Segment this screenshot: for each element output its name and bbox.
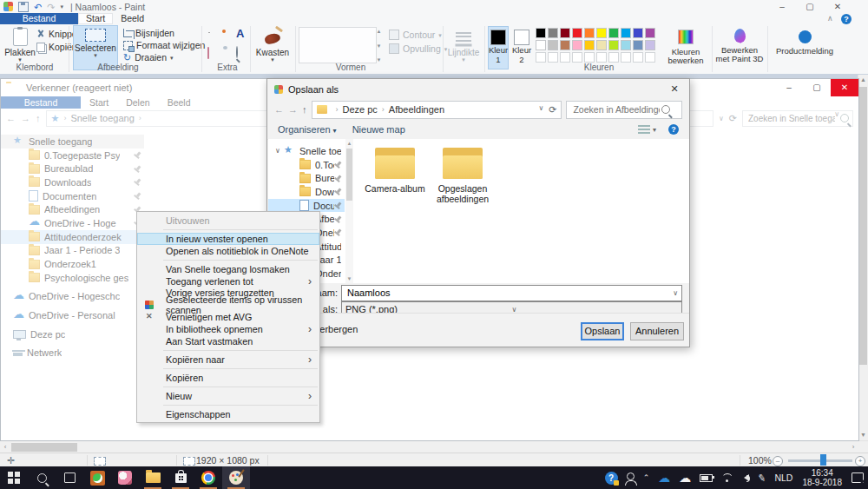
expander-icon[interactable]: ∨ xyxy=(275,147,284,155)
shape-item[interactable] xyxy=(349,29,358,39)
zoom-in-button[interactable]: + xyxy=(855,456,865,466)
people-tray-icon[interactable] xyxy=(622,466,639,489)
shape-item[interactable] xyxy=(349,50,358,61)
palette-color[interactable] xyxy=(633,52,643,63)
filename-dropdown-icon[interactable]: ∨ xyxy=(673,289,678,297)
shape-item[interactable] xyxy=(339,50,349,61)
palette-color[interactable] xyxy=(548,28,558,38)
crop-button[interactable]: Bijsnijden xyxy=(123,28,174,38)
tray-expand-icon[interactable]: ⌃ xyxy=(639,466,654,489)
context-menu-item[interactable]: Kopiëren xyxy=(137,372,319,384)
palette-color[interactable] xyxy=(633,28,643,38)
context-menu-item[interactable]: Aan Start vastmaken xyxy=(137,335,319,347)
folder-item[interactable]: Camera-album xyxy=(364,148,426,283)
palette-color[interactable] xyxy=(584,28,595,38)
filename-field[interactable]: ∨ xyxy=(341,285,682,301)
zoom-slider-thumb[interactable] xyxy=(820,454,826,466)
shape-item[interactable] xyxy=(301,50,311,61)
shape-item[interactable] xyxy=(330,29,339,39)
shape-item[interactable] xyxy=(358,50,368,61)
scroll-up-arrow[interactable]: ▲ xyxy=(858,75,868,85)
context-menu-item[interactable]: Nieuw xyxy=(137,390,319,402)
palette-color[interactable] xyxy=(621,52,631,63)
context-menu-item[interactable]: Vernietigen met AVG xyxy=(137,311,319,323)
taskbar-explorer[interactable] xyxy=(139,466,167,489)
explorer-close-button[interactable]: ✕ xyxy=(831,79,858,96)
paint-logo-icon[interactable] xyxy=(3,2,13,11)
volume-tray-icon[interactable] xyxy=(736,466,753,489)
battery-tray-icon[interactable] xyxy=(695,466,717,489)
palette-color[interactable] xyxy=(621,28,631,38)
new-folder-button[interactable]: Nieuwe map xyxy=(352,124,405,135)
up-icon[interactable]: ↑ xyxy=(302,104,307,115)
paint-maximize-button[interactable]: ▢ xyxy=(797,0,823,13)
tree-scroll-thumb[interactable] xyxy=(346,149,352,201)
shape-item[interactable] xyxy=(339,29,349,39)
context-menu-item[interactable] xyxy=(163,350,318,351)
views-button[interactable]: ▾ xyxy=(638,125,656,134)
taskbar-search-button[interactable] xyxy=(28,466,56,489)
palette-color[interactable] xyxy=(584,52,595,63)
tree-item[interactable]: ∨ Downloads xyxy=(268,185,345,199)
context-menu-item[interactable]: Openen als notitieblok in OneNote xyxy=(137,245,319,257)
scroll-down-arrow[interactable]: ▼ xyxy=(858,430,868,440)
address-dropdown-icon[interactable]: ∨ xyxy=(538,104,543,116)
taskbar-whatsapp[interactable] xyxy=(83,466,111,489)
help-icon[interactable]: ? xyxy=(668,124,679,135)
tree-item[interactable]: ∨ Bureaublad xyxy=(268,171,345,185)
wifi-tray-icon[interactable] xyxy=(717,466,736,489)
palette-color[interactable] xyxy=(608,40,619,50)
palette-color[interactable] xyxy=(560,52,570,63)
text-tool[interactable]: A xyxy=(236,28,244,39)
palette-color[interactable] xyxy=(596,28,607,38)
palette-color[interactable] xyxy=(621,40,631,50)
breadcrumb-afbeeldingen[interactable]: Afbeeldingen xyxy=(389,104,444,115)
organize-button[interactable]: Organiseren ▾ xyxy=(278,124,337,135)
start-button[interactable] xyxy=(0,466,28,489)
palette-color[interactable] xyxy=(560,28,570,38)
palette-color[interactable] xyxy=(608,28,619,38)
taskbar-chrome[interactable] xyxy=(194,466,222,489)
cancel-button[interactable]: Annuleren xyxy=(630,322,684,340)
shape-item[interactable] xyxy=(320,29,330,39)
tree-scroll-down[interactable]: ▼ xyxy=(345,274,353,283)
paint-tab-bestand[interactable]: Bestand xyxy=(0,13,78,24)
breadcrumb-deze-pc[interactable]: Deze pc xyxy=(343,104,378,115)
context-menu-item[interactable] xyxy=(163,368,318,369)
tree-scrollbar[interactable]: ▲ ▼ xyxy=(345,139,353,283)
palette-color[interactable] xyxy=(596,52,607,63)
shape-item[interactable] xyxy=(349,39,358,50)
question-badge-tray-icon[interactable]: ? xyxy=(601,466,622,489)
taskbar-app[interactable] xyxy=(111,466,139,489)
tree-item[interactable]: ∨ Snelle toegang xyxy=(268,144,345,158)
context-menu-item[interactable]: Van Snelle toegang losmaken xyxy=(137,263,319,275)
palette-color[interactable] xyxy=(596,40,607,50)
dialog-close-button[interactable]: ✕ xyxy=(660,79,689,99)
palette-color[interactable] xyxy=(572,28,582,38)
shape-item[interactable] xyxy=(339,39,349,50)
context-menu-item[interactable]: Uitvouwen xyxy=(137,215,319,227)
folder-item[interactable]: Opgeslagen afbeeldingen xyxy=(431,148,494,283)
dialog-search-box[interactable] xyxy=(566,101,682,119)
fill-style-button[interactable]: Opvulling▾ xyxy=(389,43,447,54)
palette-color[interactable] xyxy=(572,52,582,63)
shape-item[interactable] xyxy=(330,39,339,50)
color1-button[interactable]: Kleur1 xyxy=(488,26,509,69)
palette-color[interactable] xyxy=(608,52,619,63)
eraser-tool[interactable] xyxy=(207,48,209,58)
brushes-button[interactable]: Kwasten ▾ xyxy=(253,25,292,70)
shape-item[interactable] xyxy=(311,39,320,50)
zoom-out-button[interactable]: – xyxy=(773,456,783,466)
rotate-button[interactable]: ↻ Draaien ▾ xyxy=(123,52,174,63)
explorer-minimize-button[interactable]: – xyxy=(775,79,803,96)
palette-color[interactable] xyxy=(645,40,655,50)
explorer-maximize-button[interactable]: ▢ xyxy=(803,79,831,96)
forward-icon[interactable]: → xyxy=(288,104,298,115)
context-menu-item[interactable]: In bibliotheek opnemen xyxy=(137,323,319,335)
shape-item[interactable] xyxy=(301,39,311,50)
shape-item[interactable] xyxy=(311,50,320,61)
palette-color[interactable] xyxy=(548,52,558,63)
paint-tab-beeld[interactable]: Beeld xyxy=(113,13,152,24)
palette-color[interactable] xyxy=(560,40,570,50)
paint-minimize-button[interactable]: – xyxy=(769,0,795,13)
